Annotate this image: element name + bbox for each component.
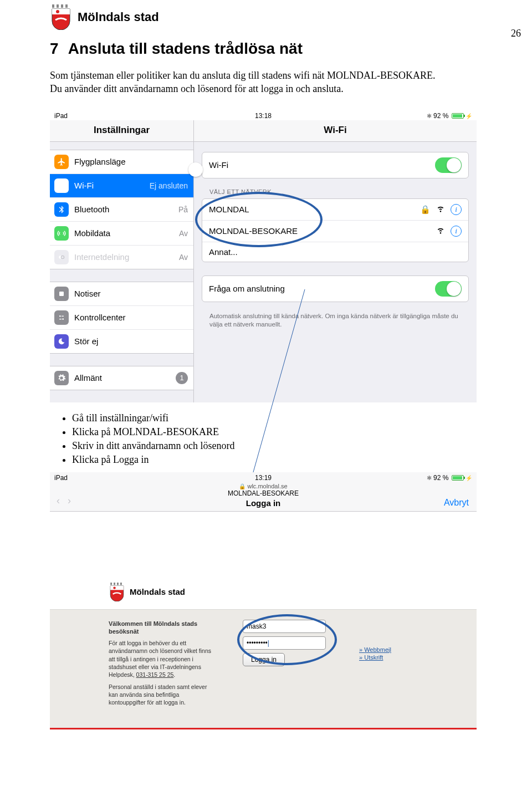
sidebar-item-label: Mobildata xyxy=(74,228,110,238)
svg-rect-3 xyxy=(65,4,68,8)
svg-rect-14 xyxy=(110,583,112,585)
ipad-settings-screenshot: iPad 13:18 ✱ 92 % ⚡ Inställningar Wi-Fi … xyxy=(50,110,477,402)
svg-rect-16 xyxy=(117,583,119,585)
svg-rect-4 xyxy=(52,9,70,14)
ask-join-group: Fråga om anslutning xyxy=(202,275,469,302)
svg-rect-1 xyxy=(57,4,59,8)
badge-count: 1 xyxy=(176,372,188,384)
document-header: Mölndals stad xyxy=(50,4,482,30)
forward-icon[interactable]: › xyxy=(68,495,71,507)
dnd-icon xyxy=(54,334,69,349)
intro-paragraph: Som tjänsteman eller politiker kan du an… xyxy=(50,69,482,96)
sidebar-item-hotspot[interactable]: Internetdelning Av xyxy=(50,246,193,269)
device-label: iPad xyxy=(54,112,68,120)
instruction-list: Gå till inställningar/wifi Klicka på MOL… xyxy=(72,412,482,466)
status-bar: iPad 13:19 ✱ 92 % ⚡ xyxy=(50,472,477,482)
svg-rect-8 xyxy=(59,292,64,296)
sidebar-item-label: Bluetooth xyxy=(74,205,109,214)
svg-rect-17 xyxy=(120,583,122,585)
login-button[interactable]: Logga in xyxy=(243,653,285,666)
sidebar-item-label: Internetdelning xyxy=(74,252,129,262)
sidebar-group-2: Notiser Kontrollcenter Stör ej xyxy=(50,282,193,354)
sidebar-item-airplane[interactable]: Flygplansläge xyxy=(50,150,193,174)
sidebar-item-dnd[interactable]: Stör ej xyxy=(50,330,193,353)
svg-rect-12 xyxy=(59,319,62,319)
wifi-toggle[interactable] xyxy=(435,157,462,173)
sidebar-item-general[interactable]: Allmänt 1 xyxy=(50,366,193,390)
wifi-toggle-group: Wi-Fi xyxy=(202,152,469,178)
wifi-signal-icon xyxy=(436,226,445,236)
controlcenter-icon xyxy=(54,310,69,325)
sidebar-item-label: Kontrollcenter xyxy=(74,313,126,322)
network-row-besokare[interactable]: MOLNDAL-BESOKARE i xyxy=(202,221,468,242)
network-name: MOLNDAL xyxy=(209,205,249,214)
lock-icon: 🔒 xyxy=(239,483,245,489)
sidebar-item-bluetooth[interactable]: Bluetooth På xyxy=(50,198,193,222)
sidebar-item-cellular[interactable]: Mobildata Av xyxy=(50,222,193,246)
battery-icon xyxy=(452,475,464,481)
settings-title: Inställningar xyxy=(50,120,194,141)
login-portal-screenshot: iPad 13:19 ✱ 92 % ⚡ 🔒 wlc.molndal.se MOL… xyxy=(50,472,477,729)
wifi-signal-icon xyxy=(436,204,445,215)
wifi-toggle-label: Wi-Fi xyxy=(209,160,228,170)
sidebar-group-1: Flygplansläge Wi-Fi Ej ansluten Bluetoot… xyxy=(50,150,193,269)
ask-to-join-row[interactable]: Fråga om anslutning xyxy=(202,276,468,302)
captive-title: Logga in xyxy=(50,498,477,508)
sidebar-item-value: Ej ansluten xyxy=(150,181,188,190)
section-heading: 7 Ansluta till stadens trådlösa nät xyxy=(50,40,482,58)
back-icon[interactable]: ‹ xyxy=(57,495,60,507)
sidebar-item-label: Notiser xyxy=(74,289,101,298)
sidebar-item-controlcenter[interactable]: Kontrollcenter xyxy=(50,306,193,330)
list-item: Klicka på MOLNDAL-BESOKARE xyxy=(72,426,482,438)
gear-icon xyxy=(54,371,69,385)
wifi-master-toggle-row[interactable]: Wi-Fi xyxy=(202,152,468,178)
svg-point-9 xyxy=(59,315,61,317)
svg-rect-15 xyxy=(114,583,115,585)
molndal-shield-icon xyxy=(50,4,72,30)
page-number: 26 xyxy=(511,28,521,39)
network-row-other[interactable]: Annat... xyxy=(202,242,468,262)
svg-rect-0 xyxy=(52,4,54,8)
list-item: Skriv in ditt användarnamn och lösenord xyxy=(72,440,482,452)
portal-form-area: Välkommen till Mölndals stads besöksnät … xyxy=(50,609,477,729)
sidebar-item-value: Av xyxy=(179,253,188,262)
airplane-icon xyxy=(54,155,69,169)
battery-status: ✱ 92 % ⚡ xyxy=(427,474,472,482)
notifications-icon xyxy=(54,287,69,301)
clock: 13:18 xyxy=(255,112,272,120)
sidebar-item-label: Wi-Fi xyxy=(74,181,94,190)
helpdesk-phone: 031-315 25 25 xyxy=(136,671,174,678)
battery-icon xyxy=(452,113,464,119)
sidebar-item-notifications[interactable]: Notiser xyxy=(50,282,193,306)
svg-rect-18 xyxy=(110,586,124,590)
sidebar-item-wifi[interactable]: Wi-Fi Ej ansluten xyxy=(50,174,193,198)
brand-name: Mölndals stad xyxy=(78,10,159,24)
sidebar-item-value: Av xyxy=(179,229,188,238)
network-list: MOLNDAL 🔒 i MOLNDAL-BESOKARE i xyxy=(202,198,469,262)
ask-to-join-note: Automatisk anslutning till kända nätverk… xyxy=(202,310,469,330)
welcome-title: Välkommen till Mölndals stads besöksnät xyxy=(109,620,216,636)
section-title-text: Ansluta till stadens trådlösa nät xyxy=(68,40,303,57)
network-row-molndal[interactable]: MOLNDAL 🔒 i xyxy=(202,199,468,221)
print-link[interactable]: » Utskrift xyxy=(359,654,391,661)
username-input[interactable]: mask3 xyxy=(243,620,326,633)
ask-toggle[interactable] xyxy=(435,281,462,297)
svg-point-19 xyxy=(113,586,115,589)
password-input[interactable]: •••••••••| xyxy=(243,636,326,650)
cancel-button[interactable]: Avbryt xyxy=(444,498,469,508)
portal-links: » Webbmejl » Utskrift xyxy=(326,620,391,711)
info-icon[interactable]: i xyxy=(451,226,462,237)
svg-point-11 xyxy=(62,318,64,320)
sidebar-item-label: Flygplansläge xyxy=(74,157,126,166)
wifi-title: Wi-Fi xyxy=(194,120,477,141)
wifi-icon xyxy=(54,178,69,193)
info-icon[interactable]: i xyxy=(451,204,462,215)
list-item: Gå till inställningar/wifi xyxy=(72,412,482,424)
cellular-icon xyxy=(54,226,69,241)
webmail-link[interactable]: » Webbmejl xyxy=(359,646,391,653)
sidebar-item-value: På xyxy=(178,205,188,214)
device-label: iPad xyxy=(54,474,68,482)
captive-network-name: MOLNDAL-BESOKARE xyxy=(50,489,477,497)
list-item: Klicka på Logga in xyxy=(72,454,482,466)
sidebar-item-label: Allmänt xyxy=(74,373,102,382)
